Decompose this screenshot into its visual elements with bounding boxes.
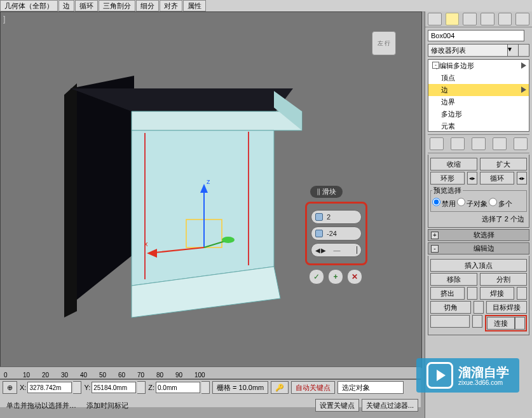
extrude-button[interactable]: 挤出 xyxy=(430,287,465,300)
lock-selection-button[interactable]: 🔑 xyxy=(271,381,289,394)
remove-button[interactable]: 移除 xyxy=(430,273,477,286)
mode-loop[interactable]: 循环 xyxy=(75,0,98,11)
target-weld-button[interactable]: 目标焊接 xyxy=(486,301,527,314)
soft-selection-rollout-header[interactable]: +软选择 xyxy=(428,229,529,241)
set-key-button[interactable]: 设置关键点 xyxy=(315,399,359,412)
modifier-stack[interactable]: -可编辑多边形 顶点 边 边界 多边形 元素 xyxy=(428,59,529,132)
z-field[interactable] xyxy=(156,382,200,393)
modify-tab[interactable] xyxy=(446,13,460,25)
object-name-field[interactable] xyxy=(428,30,524,41)
z-spinner[interactable] xyxy=(201,381,210,394)
watermark-url: zixue.3d66.com xyxy=(458,379,509,386)
remove-modifier-button[interactable] xyxy=(493,137,507,150)
stack-vertex[interactable]: 顶点 xyxy=(428,72,529,84)
pin-stack-button[interactable] xyxy=(430,137,444,150)
split-button[interactable]: 分割 xyxy=(480,273,527,286)
create-tab[interactable] xyxy=(428,13,442,25)
active-tri-icon xyxy=(521,62,526,69)
motion-tab[interactable] xyxy=(481,13,494,25)
caddy-title[interactable]: ‖ 滑块 xyxy=(310,186,343,198)
svg-text:z: z xyxy=(207,178,210,185)
key-filters-button[interactable]: 关键点过滤器... xyxy=(362,399,418,412)
preview-selection-group: 预览选择 禁用 子对象 多个 xyxy=(430,186,527,212)
connect-settings-button[interactable] xyxy=(515,317,525,330)
svg-text:x: x xyxy=(144,240,148,247)
pinch-value: -24 xyxy=(327,230,337,237)
insert-vertex-button[interactable]: 插入顶点 xyxy=(430,259,527,272)
loop-button[interactable]: 循环 xyxy=(480,172,514,185)
slide-arrows-icon: ◀ ▶ xyxy=(315,247,325,254)
command-panel: 修改器列表 ▾ -可编辑多边形 顶点 边 边界 多边形 元素 收缩 扩大 环形 … xyxy=(425,11,532,418)
modifier-sets-button[interactable] xyxy=(519,44,529,57)
display-tab[interactable] xyxy=(498,13,512,25)
x-coord: X: xyxy=(20,381,81,394)
segments-value: 2 xyxy=(327,213,331,221)
stack-border[interactable]: 边界 xyxy=(428,96,529,108)
mode-props[interactable]: 属性 xyxy=(183,0,206,11)
y-coord: Y: xyxy=(84,381,146,394)
segments-spinner[interactable]: 2 xyxy=(311,210,362,224)
bridge-settings-button[interactable] xyxy=(472,315,482,328)
show-end-result-button[interactable] xyxy=(451,137,465,150)
pinch-spinner[interactable]: -24 xyxy=(311,226,362,240)
play-icon xyxy=(426,362,453,389)
preview-multi-radio[interactable]: 多个 xyxy=(489,198,512,209)
caddy-apply-button[interactable]: + xyxy=(328,269,343,284)
caddy-ok-button[interactable]: ✓ xyxy=(309,269,324,284)
loop-spinner[interactable]: ◂▸ xyxy=(517,172,527,185)
mode-all[interactable]: 几何体（全部） xyxy=(0,0,58,11)
chamfer-button[interactable]: 切角 xyxy=(430,301,471,314)
y-spinner[interactable] xyxy=(137,381,146,394)
hierarchy-tab[interactable] xyxy=(463,13,477,25)
x-field[interactable] xyxy=(27,382,72,393)
add-time-tag-button[interactable]: 添加时间标记 xyxy=(83,400,132,411)
modifier-list-dropdown[interactable]: 修改器列表 xyxy=(428,44,508,57)
grow-button[interactable]: 扩大 xyxy=(480,158,527,171)
perspective-viewport[interactable]: ] 左 行 z x ‖ 滑块 xyxy=(0,11,422,368)
weld-button[interactable]: 焊接 xyxy=(480,287,514,300)
svg-marker-1 xyxy=(64,83,77,317)
transform-type-in-toggle[interactable]: ⊕ xyxy=(3,381,17,394)
key-filters-dropdown[interactable]: 选定对象 xyxy=(338,381,404,394)
selection-mode-toolbar: 几何体（全部） 边 循环 三角剖分 细分 对齐 属性 xyxy=(0,0,532,12)
connect-button[interactable]: 连接 xyxy=(487,317,515,330)
auto-key-button[interactable]: 自动关键点 xyxy=(291,381,335,394)
edit-edges-rollout-header[interactable]: -编辑边 xyxy=(428,242,529,254)
grid-readout: 栅格 = 10.0mm xyxy=(212,381,268,394)
z-coord: Z: xyxy=(148,381,210,394)
utilities-tab[interactable] xyxy=(515,13,529,25)
shrink-button[interactable]: 收缩 xyxy=(430,158,477,171)
mode-subdiv[interactable]: 细分 xyxy=(136,0,159,11)
preview-subobj-radio[interactable]: 子对象 xyxy=(457,198,488,209)
watermark: 溜溜自学 zixue.3d66.com xyxy=(416,358,519,393)
y-field[interactable] xyxy=(92,382,136,393)
chamfer-settings-button[interactable] xyxy=(474,301,484,314)
caddy-cancel-button[interactable]: ✕ xyxy=(347,269,362,284)
bridge-button[interactable] xyxy=(430,315,470,328)
stack-polygon[interactable]: 多边形 xyxy=(428,108,529,120)
hint-text: 单击并拖动以选择并… xyxy=(3,400,80,411)
stack-element[interactable]: 元素 xyxy=(428,120,529,132)
ring-button[interactable]: 环形 xyxy=(430,172,465,185)
ring-spinner[interactable]: ◂▸ xyxy=(467,172,477,185)
x-spinner[interactable] xyxy=(73,381,81,394)
slide-spinner[interactable]: ◀ ▶— xyxy=(311,243,362,257)
stack-editable-poly[interactable]: -可编辑多边形 xyxy=(428,60,529,72)
edit-edges-rollout: 插入顶点 移除 分割 挤出 焊接 切角 目标焊接 连接 xyxy=(428,256,529,335)
pinch-icon xyxy=(315,230,323,237)
configure-sets-button[interactable] xyxy=(514,137,528,150)
extrude-settings-button[interactable] xyxy=(467,287,477,300)
weld-settings-button[interactable] xyxy=(517,287,527,300)
mode-edge[interactable]: 边 xyxy=(58,0,74,11)
modifier-list-arrow[interactable]: ▾ xyxy=(508,44,519,57)
make-unique-button[interactable] xyxy=(472,137,486,150)
segments-icon xyxy=(315,213,323,221)
stack-edge[interactable]: 边 xyxy=(428,84,529,96)
expand-icon[interactable]: - xyxy=(432,62,439,69)
mode-align[interactable]: 对齐 xyxy=(160,0,182,11)
preview-off-radio[interactable]: 禁用 xyxy=(432,198,456,209)
preview-legend: 预览选择 xyxy=(432,186,463,195)
command-panel-tabs xyxy=(425,11,532,27)
time-ruler[interactable]: 0 10 20 30 40 50 60 70 80 90 100 xyxy=(0,366,421,379)
mode-tri[interactable]: 三角剖分 xyxy=(99,0,135,11)
